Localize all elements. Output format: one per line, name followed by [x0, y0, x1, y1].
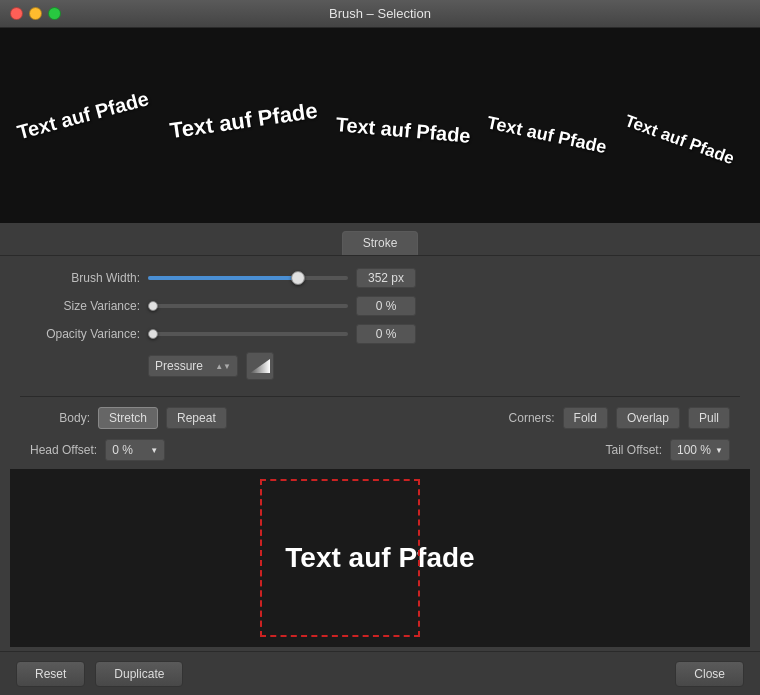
pressure-row: Pressure ▲▼ — [30, 352, 730, 380]
bottom-preview: Text auf Pfade — [10, 469, 750, 647]
tail-offset-label: Tail Offset: — [602, 443, 662, 457]
head-offset-arrow-icon: ▼ — [150, 446, 158, 455]
close-button[interactable] — [10, 7, 23, 20]
brush-width-fill — [148, 276, 298, 280]
preview-text-2: Text auf Pfade — [169, 97, 320, 143]
opacity-variance-label: Opacity Variance: — [30, 327, 140, 341]
fold-button[interactable]: Fold — [563, 407, 608, 429]
offset-row: Head Offset: 0 % ▼ Tail Offset: 100 % ▼ — [0, 435, 760, 465]
head-offset-dropdown[interactable]: 0 % ▼ — [105, 439, 165, 461]
opacity-variance-slider[interactable] — [148, 326, 348, 342]
opacity-variance-row: Opacity Variance: 0 % — [30, 324, 730, 344]
pressure-ramp-icon — [246, 352, 274, 380]
size-variance-row: Size Variance: 0 % — [30, 296, 730, 316]
repeat-button[interactable]: Repeat — [166, 407, 227, 429]
close-button-bottom[interactable]: Close — [675, 661, 744, 687]
brush-width-value[interactable]: 352 px — [356, 268, 416, 288]
title-bar-buttons — [10, 7, 61, 20]
size-variance-slider[interactable] — [148, 298, 348, 314]
preview-text-4: Text auf Pfade — [485, 112, 608, 158]
window-title: Brush – Selection — [329, 6, 431, 21]
preview-area: Text auf Pfade Text auf Pfade Text auf P… — [0, 28, 760, 223]
brush-width-label: Brush Width: — [30, 271, 140, 285]
tail-offset-dropdown[interactable]: 100 % ▼ — [670, 439, 730, 461]
preview-text-1: Text auf Pfade — [15, 87, 152, 144]
size-variance-label: Size Variance: — [30, 299, 140, 313]
size-variance-track — [148, 304, 348, 308]
brush-width-thumb[interactable] — [291, 271, 305, 285]
head-offset-value: 0 % — [112, 443, 133, 457]
opacity-variance-value[interactable]: 0 % — [356, 324, 416, 344]
corners-label: Corners: — [495, 411, 555, 425]
pressure-label: Pressure — [155, 359, 203, 373]
corners-section: Corners: Fold Overlap Pull — [380, 407, 730, 429]
brush-width-slider[interactable] — [148, 270, 348, 286]
tab-stroke[interactable]: Stroke — [342, 231, 419, 255]
head-offset-section: Head Offset: 0 % ▼ — [30, 439, 380, 461]
opacity-variance-thumb[interactable] — [148, 329, 158, 339]
bottom-preview-text: Text auf Pfade — [285, 542, 474, 574]
tab-bar: Stroke — [0, 223, 760, 256]
tail-offset-value: 100 % — [677, 443, 711, 457]
size-variance-value[interactable]: 0 % — [356, 296, 416, 316]
bottom-toolbar: Reset Duplicate Close — [0, 651, 760, 695]
title-bar: Brush – Selection — [0, 0, 760, 28]
preview-text-container: Text auf Pfade Text auf Pfade Text auf P… — [0, 28, 760, 223]
stroke-controls: Brush Width: 352 px Size Variance: 0 % — [0, 256, 760, 392]
stretch-button[interactable]: Stretch — [98, 407, 158, 429]
preview-text-5: Text auf Pfade — [622, 111, 737, 169]
tail-offset-arrow-icon: ▼ — [715, 446, 723, 455]
tail-offset-section: Tail Offset: 100 % ▼ — [380, 439, 730, 461]
preview-text-3: Text auf Pfade — [335, 113, 472, 148]
body-label: Body: — [30, 411, 90, 425]
body-section: Body: Stretch Repeat — [30, 407, 380, 429]
body-corners-row: Body: Stretch Repeat Corners: Fold Overl… — [0, 401, 760, 435]
divider-1 — [20, 396, 740, 397]
minimize-button[interactable] — [29, 7, 42, 20]
ramp-shape — [250, 359, 270, 373]
overlap-button[interactable]: Overlap — [616, 407, 680, 429]
brush-width-row: Brush Width: 352 px — [30, 268, 730, 288]
pressure-arrow-icon: ▲▼ — [215, 362, 231, 371]
opacity-variance-track — [148, 332, 348, 336]
pressure-select[interactable]: Pressure ▲▼ — [148, 355, 238, 377]
brush-width-track — [148, 276, 348, 280]
controls-area: Stroke Brush Width: 352 px Size Variance… — [0, 223, 760, 651]
size-variance-thumb[interactable] — [148, 301, 158, 311]
maximize-button[interactable] — [48, 7, 61, 20]
duplicate-button[interactable]: Duplicate — [95, 661, 183, 687]
pull-button[interactable]: Pull — [688, 407, 730, 429]
reset-button[interactable]: Reset — [16, 661, 85, 687]
head-offset-label: Head Offset: — [30, 443, 97, 457]
